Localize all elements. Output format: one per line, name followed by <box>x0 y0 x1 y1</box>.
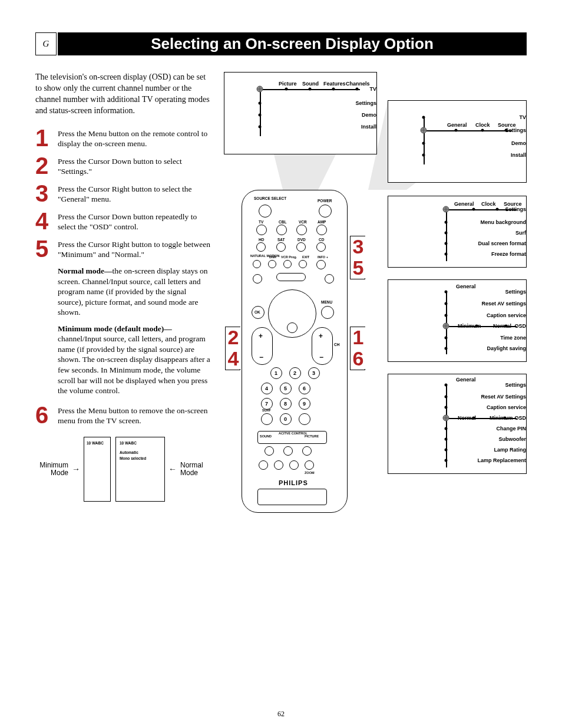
power-label: POWER <box>318 199 332 203</box>
menu-item: Dual screen format <box>472 241 526 246</box>
cbl-button[interactable] <box>276 225 287 235</box>
green-button[interactable] <box>274 460 283 470</box>
tv-label: TV <box>259 220 263 224</box>
menu-item: Daylight saving <box>472 345 526 351</box>
hd-button[interactable] <box>256 242 266 252</box>
vcrprog-button[interactable] <box>283 260 292 268</box>
sound-button[interactable] <box>265 446 274 456</box>
sat-button[interactable] <box>276 242 286 252</box>
info-label: INFO + <box>318 255 328 259</box>
channel-label: 10 WABC <box>87 441 104 445</box>
zoom-button[interactable] <box>305 460 314 470</box>
menu-item: Normal <box>493 323 511 329</box>
source-select-button[interactable] <box>259 205 272 218</box>
menu-item: General <box>454 201 474 207</box>
step-3: 3 Press the Cursor Right button to selec… <box>35 183 212 205</box>
plus-icon: + <box>319 332 323 340</box>
menu-item: Features <box>323 81 346 87</box>
active-control-label: ACITVE CONTROL <box>279 432 296 436</box>
power-button[interactable] <box>319 205 332 218</box>
step-number: 2 <box>35 155 58 177</box>
minimum-mode-paragraph: Minimum mode (default mode)— channel/Inp… <box>58 324 212 396</box>
mono-label: Mono selected <box>120 456 146 460</box>
menu-item: Settings <box>472 289 526 295</box>
dvd-label: DVD <box>297 238 306 242</box>
callout-6: 6 <box>351 348 366 370</box>
minimum-mode-lead: Minimum mode (default mode)— <box>58 324 172 333</box>
callout-4: 4 <box>226 348 241 370</box>
ch-label: CH <box>334 342 339 347</box>
num-label: 7 <box>265 401 268 407</box>
step-number: 5 <box>35 238 58 260</box>
menu-label: MENU <box>321 300 332 304</box>
hd-label: HD <box>259 238 264 242</box>
main-content: The television's on-screen display (OSD)… <box>35 72 527 502</box>
mode-comparison-diagram: Minimum Mode → 10 WABC 10 WABC Automatic… <box>35 437 212 502</box>
num-label: 9 <box>303 401 306 407</box>
menu-item: Settings <box>345 100 376 106</box>
callout-3: 3 <box>351 236 366 258</box>
pip-button[interactable] <box>253 274 262 284</box>
step-text: Press the Cursor Down button to select "… <box>58 155 212 177</box>
num-label: 2 <box>293 370 296 376</box>
step-4: 4 Press the Cursor Down button repeatedl… <box>35 210 212 232</box>
dnr-label: DNR <box>269 255 276 259</box>
step-number: 1 <box>35 127 58 149</box>
picture-button[interactable] <box>302 446 312 456</box>
page-number: 62 <box>0 710 562 719</box>
menu-item: Caption service <box>472 404 526 410</box>
callout-5: 5 <box>351 258 366 279</box>
left-column: The television's on-screen display (OSD)… <box>35 72 212 502</box>
menu-item: Minimum <box>458 323 481 329</box>
menu-item: Lamp Replacement <box>472 457 526 463</box>
tv-button[interactable] <box>256 225 267 235</box>
callout-box: 3 5 <box>350 236 365 279</box>
exit-label: EXIT <box>302 255 309 259</box>
cd-button[interactable] <box>316 242 326 252</box>
menu-item: Picture <box>279 81 297 87</box>
enter-button[interactable] <box>299 413 310 425</box>
channel-label: 10 WABC <box>120 441 137 445</box>
mute-button[interactable] <box>287 322 297 333</box>
step-text: Press the Menu button to remove the on-s… <box>58 404 212 426</box>
zoom-label: ZOOM <box>305 471 315 475</box>
slider[interactable] <box>276 273 306 281</box>
callout-2: 2 <box>226 327 241 348</box>
menu-item: Settings <box>472 206 526 212</box>
menu-item: Surf <box>472 230 526 236</box>
vcr-button[interactable] <box>296 225 307 235</box>
header-row: G Selecting an On-screen Display Option <box>35 32 527 55</box>
cbl-label: CBL <box>279 220 286 224</box>
menu-item: Reset AV Settings <box>472 394 526 400</box>
red-button[interactable] <box>259 460 268 470</box>
num-label: 1 <box>275 370 277 376</box>
menu-item: Sound <box>302 81 319 87</box>
surf-button[interactable] <box>261 413 273 425</box>
normal-mode-label: Normal Mode <box>180 462 210 477</box>
menu-item: Normal <box>458 415 476 421</box>
num-label: 6 <box>303 386 306 391</box>
yellow-button[interactable] <box>289 460 299 470</box>
menu-item: Time zone <box>472 335 526 341</box>
brand-label: PHILIPS <box>279 479 308 486</box>
dnr-button[interactable] <box>268 260 276 268</box>
nm-button[interactable] <box>253 260 261 268</box>
amp-button[interactable] <box>316 225 327 235</box>
info-button[interactable] <box>316 260 326 269</box>
page-title: Selecting an On-screen Display Option <box>58 32 527 55</box>
ac-button[interactable] <box>283 446 293 456</box>
menu-item: Subwoofer <box>472 436 526 442</box>
menu-item: Install <box>494 152 526 158</box>
ok-label: OK <box>254 310 260 314</box>
minus-icon: − <box>259 353 263 361</box>
sat-label: SAT <box>277 238 285 242</box>
natural-motion-label: NATURAL MOTION <box>250 254 266 258</box>
menu-button[interactable] <box>321 306 334 319</box>
minus-icon: − <box>319 353 323 361</box>
cc-button[interactable] <box>325 274 334 284</box>
dvd-button[interactable] <box>296 242 306 252</box>
step-1: 1 Press the Menu button on the remote co… <box>35 127 212 149</box>
sound-label: SOUND <box>260 434 272 438</box>
num-label: 5 <box>284 386 287 391</box>
exit-button[interactable] <box>299 260 307 268</box>
